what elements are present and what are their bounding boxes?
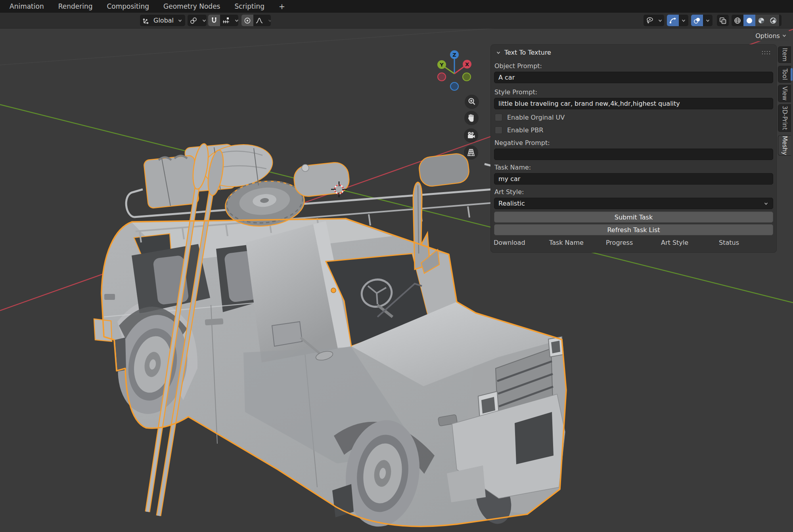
sidebar-tab-meshy[interactable]: Meshy [778, 135, 791, 156]
enable-pbr-checkbox[interactable] [495, 126, 502, 134]
gizmo-y-label: Y [439, 62, 444, 68]
add-workspace-button[interactable]: + [279, 2, 285, 11]
side-marker-rear [104, 294, 115, 300]
style-prompt-input[interactable] [494, 98, 773, 109]
workspace-tab-compositing[interactable]: Compositing [107, 2, 149, 10]
chevron-down-icon[interactable] [679, 15, 688, 26]
chevron-down-icon [782, 33, 787, 38]
text-to-texture-panel: Text To Texture Object Prompt: Style Pro… [490, 44, 777, 253]
workspace-tab-scripting[interactable]: Scripting [234, 2, 264, 10]
shading-material-button[interactable] [755, 15, 767, 26]
snap-toggle-button[interactable] [208, 15, 220, 26]
snap-group [208, 15, 238, 26]
style-prompt-label: Style Prompt: [494, 88, 537, 96]
proportional-editing-button[interactable] [241, 15, 253, 26]
negative-prompt-input[interactable] [494, 149, 773, 160]
chevron-down-icon [199, 15, 207, 26]
enable-uv-checkbox[interactable] [495, 114, 502, 121]
jerrycan-1 [144, 155, 199, 209]
xray-icon [717, 15, 729, 26]
gizmo-z-label: Z [452, 52, 456, 58]
task-name-label: Task Name: [494, 164, 531, 171]
panel-title: Text To Texture [504, 49, 551, 56]
shading-wireframe-button[interactable] [732, 15, 743, 26]
chevron-down-icon [175, 15, 185, 26]
negative-prompt-label: Negative Prompt: [494, 139, 550, 147]
gizmo-axis-z-neg[interactable] [450, 82, 458, 90]
toggle-orthographic-button[interactable] [464, 145, 478, 160]
show-gizmo-group [667, 15, 688, 26]
col-header-task-name: Task Name [549, 239, 584, 246]
gizmo-x-label: X [465, 61, 469, 67]
show-gizmo-button[interactable] [667, 15, 679, 26]
task-name-input[interactable] [494, 173, 773, 185]
falloff-curve-icon[interactable] [253, 15, 265, 26]
show-overlays-group [691, 15, 713, 26]
col-header-progress: Progress [606, 239, 633, 246]
object-origin-dot [331, 288, 336, 293]
perspective-grid-icon [466, 148, 476, 157]
pan-button[interactable] [464, 111, 479, 125]
chevron-down-icon [265, 15, 271, 26]
snap-target-button[interactable] [220, 15, 232, 26]
chevron-down-icon[interactable] [703, 15, 713, 26]
chevron-down-icon [655, 15, 664, 26]
enable-pbr-label: Enable PBR [507, 126, 543, 134]
object-prompt-input[interactable] [494, 72, 773, 83]
gizmo-axis-x-neg[interactable] [438, 73, 446, 81]
show-object-types-dropdown[interactable] [644, 15, 664, 26]
workspace-tab-animation[interactable]: Animation [10, 2, 44, 10]
chevron-down-icon [763, 201, 769, 206]
col-header-download: Download [494, 239, 525, 246]
object-prompt-label: Object Prompt: [494, 62, 542, 70]
side-mirror [272, 322, 302, 346]
sidebar-tab-tool[interactable]: Tool [778, 66, 791, 83]
transform-pivot-dropdown[interactable] [188, 15, 207, 26]
workspace-tab-geometry-nodes[interactable]: Geometry Nodes [163, 2, 220, 10]
art-style-select[interactable]: Realistic [494, 198, 773, 209]
magnifier-plus-icon [467, 97, 476, 106]
workspace-tab-rendering[interactable]: Rendering [58, 2, 93, 10]
sidebar-tab-3d-print[interactable]: 3D-Print [778, 104, 791, 132]
gizmo-axis-y-neg[interactable] [463, 73, 471, 81]
movie-camera-icon [466, 131, 476, 140]
col-header-status: Status [719, 239, 739, 246]
shading-rendered-button[interactable] [767, 15, 779, 26]
eye-cursor-icon [644, 15, 655, 26]
show-overlays-button[interactable] [691, 15, 703, 26]
region-scrollbar[interactable] [791, 68, 793, 81]
chevron-down-icon[interactable] [232, 15, 238, 26]
viewport-header: Global [0, 13, 793, 29]
options-button[interactable]: Options [753, 30, 789, 41]
tank-cap [302, 164, 309, 172]
navigation-gizmo[interactable]: Z Y X [427, 43, 482, 100]
sidebar-tab-item[interactable]: Item [778, 46, 791, 63]
transform-orientation-icon [140, 15, 152, 26]
roof-canister-right [418, 153, 470, 188]
submit-task-button[interactable]: Submit Task [494, 212, 773, 223]
shading-solid-button[interactable] [743, 15, 755, 26]
zoom-button[interactable] [465, 95, 479, 109]
col-header-art-style: Art Style [661, 239, 688, 246]
camera-view-button[interactable] [464, 128, 478, 143]
door-handle [205, 318, 224, 325]
toggle-xray-button[interactable] [717, 15, 729, 26]
hand-icon [467, 114, 476, 122]
art-style-label: Art Style: [494, 188, 524, 196]
transform-orientation-dropdown[interactable]: Global [140, 15, 185, 26]
panel-drag-handle[interactable] [761, 50, 771, 55]
art-style-value: Realistic [498, 200, 525, 207]
transform-pivot-icon [188, 15, 199, 26]
panel-collapse-chevron[interactable] [496, 50, 501, 55]
chevron-down-icon[interactable] [779, 15, 782, 26]
blender-window: Animation Rendering Compositing Geometry… [0, 0, 793, 532]
workspace-tabbar: Animation Rendering Compositing Geometry… [0, 0, 793, 13]
enable-uv-label: Enable Orginal UV [507, 114, 565, 121]
sidebar-tab-view[interactable]: View [778, 85, 791, 102]
refresh-task-list-button[interactable]: Refresh Task List [494, 224, 773, 235]
options-label: Options [755, 32, 780, 40]
transform-orientation-label: Global [152, 17, 175, 24]
shading-mode-group [732, 15, 782, 26]
proportional-editing-group [241, 15, 271, 26]
